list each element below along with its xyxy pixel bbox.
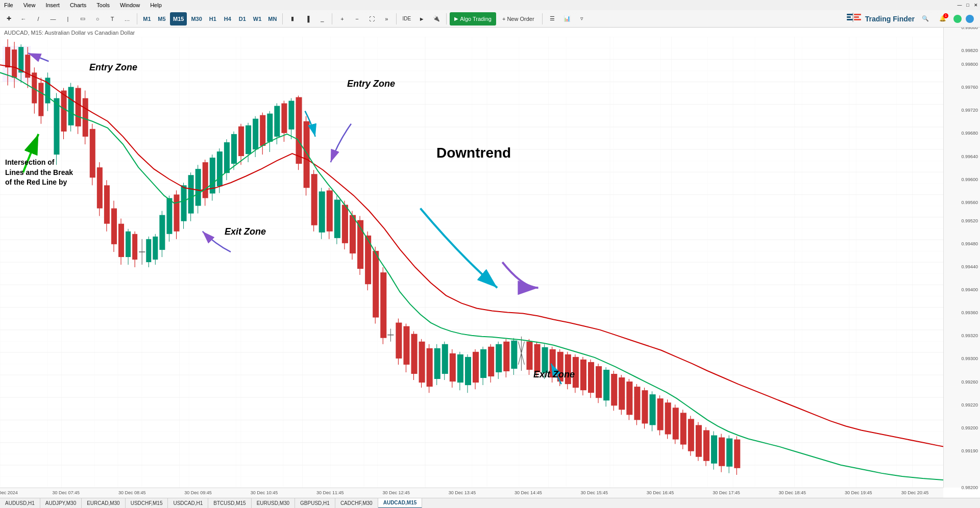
maximize-button[interactable]: □ [964, 1, 972, 9]
svg-rect-116 [253, 119, 258, 149]
svg-rect-195 [550, 349, 556, 377]
tab-eurusd-m30[interactable]: EURUSD,M30 [252, 498, 295, 509]
price-label: 0.99680 [961, 131, 978, 136]
strategy-tester[interactable]: ► [415, 12, 428, 26]
data-window-btn[interactable]: 📊 [560, 12, 574, 26]
price-label: 0.99320 [961, 333, 978, 338]
crosshair-tool[interactable]: ✚ [2, 12, 15, 26]
tab-usdcad-h1[interactable]: USDCAD,H1 [168, 498, 208, 509]
zoom-in-btn[interactable]: + [335, 12, 349, 26]
price-label: 0.99360 [961, 310, 978, 315]
svg-rect-72 [97, 167, 103, 208]
svg-rect-60 [54, 98, 59, 155]
chart-type-candle[interactable]: ▐ [301, 12, 314, 26]
svg-rect-178 [488, 347, 494, 376]
tf-m1[interactable]: M1 [140, 12, 154, 26]
menu-charts[interactable]: Charts [68, 2, 88, 8]
svg-rect-82 [132, 234, 137, 260]
time-label: 30 Dec 17:45 [713, 490, 740, 495]
svg-rect-62 [61, 90, 67, 131]
fit-btn[interactable]: ⛶ [365, 12, 378, 26]
tab-audusd-h1[interactable]: AUDUSD,H1 [0, 498, 40, 509]
menu-help[interactable]: Help [148, 2, 164, 8]
more-tools[interactable]: … [120, 12, 134, 26]
chart-canvas[interactable] [0, 37, 943, 488]
symbol-tabs: AUDUSD,H1 AUDJPY,M30 EURCAD,M30 USDCHF,M… [0, 498, 980, 508]
menu-window[interactable]: Window [118, 2, 142, 8]
tf-mn[interactable]: MN [265, 12, 279, 26]
indicators-btn[interactable]: IDE [400, 12, 413, 26]
tab-btcusd-m15[interactable]: BTCUSD,M15 [208, 498, 251, 509]
close-button[interactable]: ✕ [972, 1, 980, 9]
svg-rect-225 [665, 402, 671, 434]
tab-cadchf-m30[interactable]: CADCHF,M30 [335, 498, 378, 509]
tf-h1[interactable]: H1 [206, 12, 219, 26]
window-controls: — □ ✕ [955, 0, 980, 10]
search-btn[interactable]: 🔍 [919, 12, 932, 26]
algo-trading-btn[interactable]: ▶ Algo Trading [450, 12, 496, 26]
navigator-btn[interactable]: ▿ [575, 12, 589, 26]
svg-rect-221 [650, 394, 656, 425]
tf-d1[interactable]: D1 [236, 12, 249, 26]
zoom-out-btn[interactable]: − [350, 12, 363, 26]
rect-tool[interactable]: ▭ [76, 12, 89, 26]
svg-rect-2 [847, 19, 853, 20]
new-order-btn[interactable]: + New Order [498, 12, 539, 26]
time-label: 30 Dec 20:45 [901, 490, 929, 495]
time-label: 30 Dec 16:45 [647, 490, 674, 495]
time-label: 30 Dec 19:45 [845, 490, 872, 495]
price-label: 0.99800 [961, 62, 978, 67]
svg-rect-156 [403, 326, 409, 365]
hline-tool[interactable]: ― [46, 12, 60, 26]
tab-gbpusd-h1[interactable]: GBPUSD,H1 [295, 498, 335, 509]
text-tool[interactable]: T [106, 12, 119, 26]
price-label: 0.98200 [961, 485, 978, 490]
price-label: 0.99860 [961, 28, 978, 30]
signals-btn[interactable]: 🔌 [430, 12, 443, 26]
svg-rect-94 [174, 194, 179, 231]
svg-rect-98 [188, 175, 194, 213]
svg-rect-110 [231, 134, 237, 164]
svg-rect-166 [442, 344, 448, 374]
scroll-right-btn[interactable]: » [380, 12, 393, 26]
time-label: 30 Dec 14:45 [514, 490, 542, 495]
tf-w1[interactable]: W1 [251, 12, 264, 26]
svg-rect-213 [619, 377, 625, 410]
minimize-button[interactable]: — [955, 1, 964, 9]
line-tool[interactable]: / [32, 12, 45, 26]
ellipse-tool[interactable]: ○ [91, 12, 104, 26]
tab-audjpy-m30[interactable]: AUDJPY,M30 [40, 498, 82, 509]
svg-rect-189 [526, 342, 532, 370]
svg-rect-136 [327, 190, 333, 231]
chart-type-bar[interactable]: ▮ [286, 12, 299, 26]
svg-rect-66 [76, 88, 81, 126]
svg-rect-86 [146, 239, 151, 262]
tf-m5[interactable]: M5 [155, 12, 168, 26]
price-label: 0.99300 [961, 356, 978, 361]
tf-m30[interactable]: M30 [188, 12, 204, 26]
menu-tools[interactable]: Tools [94, 2, 112, 8]
svg-rect-193 [542, 347, 548, 373]
price-label: 0.99190 [961, 448, 978, 453]
svg-rect-0 [847, 14, 853, 15]
tab-audcad-m15[interactable]: AUDCAD,M15 [378, 498, 423, 509]
svg-rect-209 [603, 370, 609, 400]
svg-rect-88 [153, 237, 158, 260]
svg-rect-130 [304, 121, 310, 188]
connection-status [953, 15, 962, 23]
svg-rect-120 [267, 114, 273, 142]
market-watch-btn[interactable]: ☰ [546, 12, 559, 26]
tab-usdchf-m15[interactable]: USDCHF,M15 [126, 498, 168, 509]
chart-type-line[interactable]: ⎯ [315, 12, 329, 26]
svg-rect-122 [274, 106, 280, 137]
menu-insert[interactable]: Insert [43, 2, 62, 8]
tab-eurcad-m30[interactable]: EURCAD,M30 [82, 498, 125, 509]
vline-tool[interactable]: | [61, 12, 75, 26]
svg-rect-74 [104, 185, 110, 223]
tf-m15[interactable]: M15 [170, 12, 187, 26]
svg-rect-235 [703, 430, 709, 461]
menu-file[interactable]: File [2, 2, 15, 8]
tf-h4[interactable]: H4 [221, 12, 234, 26]
menu-view[interactable]: View [21, 2, 38, 8]
arrow-tool[interactable]: ← [17, 12, 30, 26]
